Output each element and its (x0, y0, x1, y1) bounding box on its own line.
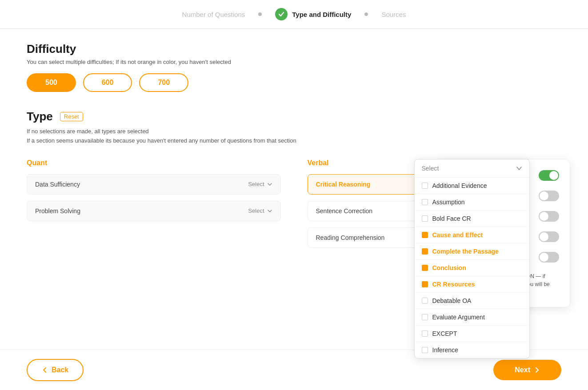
checkbox-bold-face-cr (422, 215, 428, 222)
next-button-label: Next (515, 366, 530, 374)
quant-row-data-sufficiency: Data Sufficiency Select (27, 174, 281, 195)
toggle-knob-under-2mins (540, 232, 548, 241)
type-description: If no selections are made, all types are… (27, 127, 561, 146)
step-label-type-and-difficulty: Type and Difficulty (292, 11, 351, 18)
data-sufficiency-select[interactable]: Select (248, 181, 272, 187)
next-button[interactable]: Next (493, 360, 561, 380)
sentence-correction-label: Sentence Correction (316, 207, 373, 215)
type-header: Type Reset (27, 110, 561, 123)
step-check-icon (275, 8, 288, 20)
dropdown-item-additional-evidence[interactable]: Additional Evidence (415, 178, 529, 194)
dropdown-item-evaluate-argument[interactable]: Evaluate Argument (415, 309, 529, 326)
checkbox-cr-resources (422, 281, 428, 287)
toggle-knob-bookmarked (540, 253, 548, 262)
type-columns: Quant Data Sufficiency Select Problem So… (27, 159, 561, 254)
difficulty-description: You can select multiple difficulties; If… (27, 59, 561, 65)
type-desc-line2: If a section seems unavailable its becau… (27, 136, 561, 146)
unattempted-toggle[interactable] (539, 170, 559, 181)
critical-reasoning-label: Critical Reasoning (316, 181, 371, 188)
under-2mins-toggle[interactable] (539, 231, 559, 242)
difficulty-section: Difficulty You can select multiple diffi… (27, 42, 561, 92)
checkbox-complete-the-passage (422, 248, 428, 255)
step-type-and-difficulty: Type and Difficulty (275, 8, 351, 20)
dropdown-label-assumption: Assumption (432, 199, 465, 206)
dropdown-header[interactable]: Select (415, 159, 529, 178)
checkbox-debatable-oa (422, 298, 428, 304)
checkbox-except (422, 330, 428, 337)
type-title: Type (27, 110, 53, 123)
bookmarked-toggle[interactable] (539, 252, 559, 263)
data-sufficiency-select-label: Select (248, 181, 264, 187)
mistakes-toggle[interactable] (539, 191, 559, 201)
difficulty-title: Difficulty (27, 42, 561, 56)
verbal-column: Verbal Critical Reasoning Select (308, 159, 562, 254)
back-button-label: Back (52, 366, 68, 374)
dropdown-header-label: Select (422, 165, 439, 172)
quant-label: Quant (27, 159, 281, 167)
difficulty-buttons: 500 600 700 (27, 73, 561, 92)
checkbox-evaluate-argument (422, 314, 428, 320)
problem-solving-label: Problem Solving (35, 207, 80, 215)
quant-row-problem-solving: Problem Solving Select (27, 201, 281, 221)
dropdown-item-inference[interactable]: Inference (415, 342, 529, 358)
data-sufficiency-label: Data Sufficiency (35, 181, 80, 188)
step-dot-2 (364, 12, 368, 16)
correct-toggle[interactable] (539, 211, 559, 222)
dropdown-item-complete-the-passage[interactable]: Complete the Passage (415, 243, 529, 260)
dropdown-label-complete-the-passage: Complete the Passage (432, 248, 499, 255)
type-section: Type Reset If no selections are made, al… (27, 110, 561, 254)
toggle-knob-unattempted (549, 171, 558, 180)
dropdown-item-bold-face-cr[interactable]: Bold Face CR (415, 211, 529, 227)
dropdown-label-cause-and-effect: Cause and Effect (432, 231, 483, 239)
reading-comprehension-label: Reading Comprehension (316, 234, 385, 241)
dropdown-label-cr-resources: CR Resources (432, 281, 475, 288)
problem-solving-select-label: Select (248, 207, 264, 214)
quant-column: Quant Data Sufficiency Select Problem So… (27, 159, 281, 254)
step-dot-1 (258, 12, 262, 16)
type-desc-line1: If no selections are made, all types are… (27, 127, 561, 136)
dropdown-item-conclusion[interactable]: Conclusion (415, 260, 529, 276)
critical-reasoning-dropdown: Select Additional Evidence Assumption Bo… (414, 159, 530, 358)
dropdown-label-bold-face-cr: Bold Face CR (432, 215, 471, 222)
step-sources: Sources (381, 11, 406, 18)
step-label-sources: Sources (381, 11, 406, 18)
dropdown-label-except: EXCEPT (432, 330, 457, 337)
stepper: Number of Questions Type and Difficulty … (0, 0, 588, 29)
checkbox-additional-evidence (422, 183, 428, 189)
checkbox-cause-and-effect (422, 232, 428, 238)
step-number-of-questions: Number of Questions (182, 11, 245, 18)
back-button[interactable]: Back (27, 359, 84, 381)
checkbox-inference (422, 347, 428, 353)
checkbox-conclusion (422, 265, 428, 271)
dropdown-label-evaluate-argument: Evaluate Argument (432, 314, 485, 321)
dropdown-item-debatable-oa[interactable]: Debatable OA (415, 293, 529, 309)
dropdown-label-additional-evidence: Additional Evidence (432, 182, 487, 189)
difficulty-700-button[interactable]: 700 (139, 73, 188, 92)
checkbox-assumption (422, 199, 428, 205)
dropdown-item-cause-and-effect[interactable]: Cause and Effect (415, 227, 529, 243)
dropdown-label-inference: Inference (432, 346, 458, 354)
difficulty-600-button[interactable]: 600 (83, 73, 132, 92)
dropdown-item-assumption[interactable]: Assumption (415, 194, 529, 211)
dropdown-item-except[interactable]: EXCEPT (415, 326, 529, 342)
difficulty-500-button[interactable]: 500 (27, 73, 76, 92)
main-content: Difficulty You can select multiple diffi… (0, 29, 588, 267)
reset-button[interactable]: Reset (60, 112, 83, 121)
toggle-knob-mistakes (540, 191, 548, 200)
toggle-knob-correct (540, 212, 548, 221)
dropdown-label-debatable-oa: Debatable OA (432, 297, 472, 304)
step-label-number-of-questions: Number of Questions (182, 11, 245, 18)
problem-solving-select[interactable]: Select (248, 207, 272, 214)
dropdown-label-conclusion: Conclusion (432, 264, 466, 271)
dropdown-item-cr-resources[interactable]: CR Resources (415, 276, 529, 293)
